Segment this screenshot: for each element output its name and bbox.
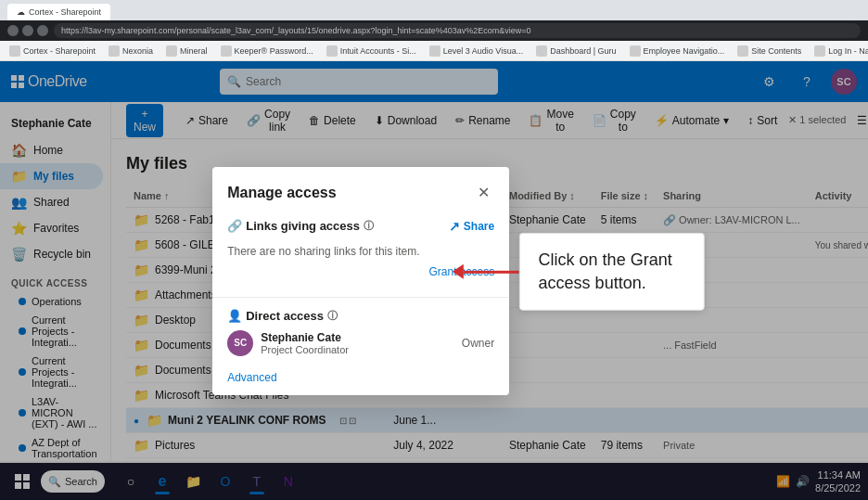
bookmark-nexonia[interactable]: Nexonia (105, 44, 157, 58)
info-icon: ⓘ (364, 219, 374, 233)
links-section-header: 🔗 Links giving access ⓘ ↗ Share (227, 219, 494, 234)
tab-favicon: ☁ (17, 7, 25, 17)
browser-nav-controls (7, 25, 48, 36)
modal-overlay[interactable]: Manage access ✕ 🔗 Links giving access ⓘ … (0, 61, 868, 500)
bookmark-intuit[interactable]: Intuit Accounts - Si... (323, 44, 420, 58)
bookmark-guru[interactable]: Dashboard | Guru (532, 44, 619, 58)
user-row: SC Stephanie Cate Project Coordinator Ow… (227, 330, 494, 356)
direct-access-label: 👤 Direct access ⓘ (227, 309, 338, 323)
bookmark-employee[interactable]: Employee Navigatio... (626, 44, 729, 58)
modal-close-button[interactable]: ✕ (472, 182, 494, 204)
bookmark-favicon (630, 45, 641, 57)
arrow-head (453, 264, 464, 279)
browser-address-bar-row: https://l3av-my.sharepoint.com/personal/… (0, 20, 868, 41)
bookmark-login[interactable]: Log In - Navigate A... (811, 44, 868, 58)
user-name-text: Stephanie Cate (261, 331, 454, 344)
info-icon: ⓘ (327, 309, 338, 323)
tab-title: Cortex - Sharepoint (29, 7, 101, 17)
advanced-link[interactable]: Advanced (227, 371, 276, 384)
user-permission-text: Owner (462, 337, 494, 350)
modal-title: Manage access (227, 185, 336, 201)
bookmark-favicon (737, 45, 748, 57)
modal-header: Manage access ✕ (212, 167, 509, 212)
browser-tab-bar: ☁ Cortex - Sharepoint (0, 0, 868, 20)
bookmark-favicon (9, 45, 20, 57)
user-info: Stephanie Cate Project Coordinator (261, 331, 454, 355)
callout-box: Click on the Grant access button. (519, 233, 705, 311)
links-label: 🔗 Links giving access ⓘ (227, 219, 374, 233)
reload-button[interactable] (37, 25, 48, 36)
user-role-text: Project Coordinator (261, 344, 454, 355)
share-icon: ↗ (449, 219, 460, 234)
address-bar[interactable]: https://l3av-my.sharepoint.com/personal/… (54, 23, 861, 38)
url-text: https://l3av-my.sharepoint.com/personal/… (61, 26, 531, 35)
user-avatar-modal: SC (227, 330, 253, 356)
callout-arrow (453, 264, 519, 279)
modal-footer: Advanced (212, 364, 509, 395)
bookmark-site[interactable]: Site Contents (734, 44, 805, 58)
bookmark-favicon (429, 45, 440, 57)
bookmark-l3av[interactable]: Level 3 Audio Visua... (426, 44, 527, 58)
bookmark-favicon (326, 45, 338, 57)
callout-text: Click on the Grant access button. (539, 250, 672, 292)
bookmark-cortex[interactable]: Cortex - Sharepoint (6, 44, 99, 58)
callout-container: Click on the Grant access button. (453, 233, 705, 311)
bookmark-favicon (108, 45, 120, 57)
share-link-button[interactable]: ↗ Share (449, 219, 494, 234)
bookmark-favicon (536, 45, 547, 57)
browser-chrome: ☁ Cortex - Sharepoint https://l3av-my.sh… (0, 0, 868, 61)
bookmark-mineral[interactable]: Mineral (162, 44, 211, 58)
browser-tab-active[interactable]: ☁ Cortex - Sharepoint (7, 4, 110, 20)
bookmark-favicon (814, 45, 825, 57)
bookmarks-bar: Cortex - Sharepoint Nexonia Mineral Keep… (0, 41, 868, 61)
bookmark-favicon (221, 45, 232, 57)
back-button[interactable] (7, 25, 19, 36)
arrow-line (464, 271, 519, 274)
forward-button[interactable] (22, 25, 33, 36)
bookmark-favicon (166, 45, 177, 57)
bookmark-keeper[interactable]: Keeper® Password... (217, 44, 317, 58)
